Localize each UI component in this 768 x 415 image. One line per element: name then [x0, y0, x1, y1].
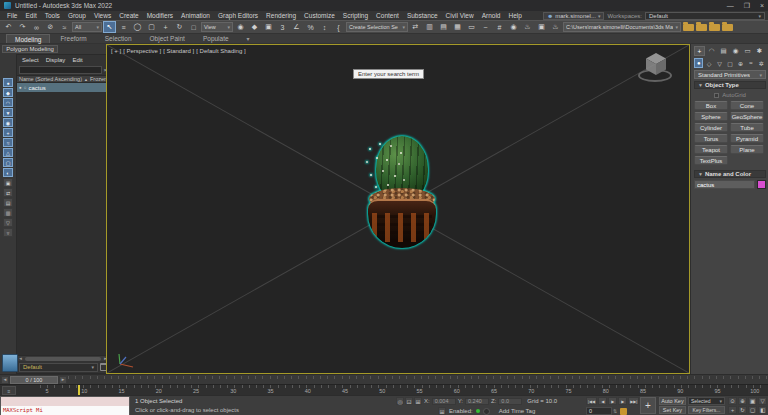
y-coordinate-field[interactable]: 0.240 — [465, 398, 489, 405]
name-and-color-rollout[interactable]: ▼ Name and Color — [694, 170, 766, 178]
create-tab-icon[interactable]: + — [694, 46, 705, 56]
arnold-menu[interactable]: Arnold — [478, 12, 505, 19]
frozen-column-header[interactable]: Frozen — [90, 76, 107, 82]
window-crossing-icon[interactable]: ▢ — [145, 21, 158, 33]
display-explorer-menu[interactable]: Display — [43, 57, 69, 63]
close-button[interactable]: × — [760, 2, 764, 10]
viewcube-cube-icon[interactable] — [646, 53, 666, 75]
cactus-object[interactable] — [359, 136, 445, 248]
zoom-icon[interactable]: ⊙ — [728, 397, 737, 405]
box-button[interactable]: Box — [694, 101, 728, 110]
object-color-swatch[interactable] — [757, 180, 766, 189]
zoom-region-icon[interactable]: ▢ — [748, 406, 757, 414]
isolate-selection-icon[interactable]: ◎ — [396, 397, 404, 405]
display-shapes-icon[interactable]: ◠ — [3, 98, 13, 107]
trackbar-filter-icon[interactable]: ≡ — [2, 386, 16, 395]
status-circle-icon[interactable] — [483, 408, 490, 415]
align-icon[interactable]: ▥ — [423, 21, 436, 33]
key-mode-icon[interactable] — [620, 408, 627, 415]
go-to-end-icon[interactable]: ▶▶| — [628, 397, 639, 405]
object-type-rollout[interactable]: ▼ Object Type — [694, 81, 766, 89]
modeling-ribbon-tab[interactable]: Modeling — [6, 34, 50, 43]
next-frame-icon[interactable]: ▶ — [618, 397, 627, 405]
user-account-button[interactable]: ☻ mark.simonel... ▾ — [543, 12, 605, 20]
frame-spinner-icon[interactable]: ⇅ — [613, 408, 617, 414]
lock-cell-editing-icon[interactable]: ▣ — [3, 178, 13, 187]
select-explorer-menu[interactable]: Select — [19, 57, 42, 63]
set-key-button[interactable]: Set Key — [659, 406, 686, 414]
display-geometry-icon[interactable]: ◆ — [3, 88, 13, 97]
time-slider-left-icon[interactable]: ◄ — [1, 376, 9, 384]
content-menu[interactable]: Content — [372, 12, 403, 19]
auto-key-button[interactable]: Auto Key — [659, 397, 686, 405]
select-and-scale-icon[interactable]: □ — [187, 21, 200, 33]
populate-ribbon-tab[interactable]: Populate — [195, 34, 237, 43]
x-coordinate-field[interactable]: 0.004 — [432, 398, 456, 405]
display-space-warps-icon[interactable]: ≈ — [3, 138, 13, 147]
views-menu[interactable]: Views — [90, 12, 115, 19]
modifiers-menu[interactable]: Modifiers — [143, 12, 177, 19]
percent-snap-icon[interactable]: % — [304, 21, 317, 33]
explorer-search-input[interactable] — [19, 66, 102, 74]
asset-library-icon[interactable] — [709, 24, 720, 31]
ribbon-overflow-icon[interactable]: ▾ — [247, 35, 250, 42]
use-pivot-center-icon[interactable]: ◉ — [234, 21, 247, 33]
explorer-column-header[interactable]: Name (Sorted Ascending) ▲ Frozen — [17, 75, 109, 83]
primitive-category-select[interactable]: Standard Primitives ▾ — [694, 70, 766, 79]
display-containers-icon[interactable]: ▢ — [3, 158, 13, 167]
select-and-link-icon[interactable]: ∞ — [30, 21, 43, 33]
select-by-name-icon[interactable]: ≡ — [117, 21, 130, 33]
utilities-tab-icon[interactable]: ✱ — [754, 46, 765, 56]
substance-menu[interactable]: Substance — [403, 12, 442, 19]
cylinder-button[interactable]: Cylinder — [694, 123, 728, 132]
cameras-category-icon[interactable]: ▢ — [725, 58, 734, 68]
selection-lock-icon[interactable]: ⊡ — [405, 397, 413, 405]
add-time-tag-button[interactable]: Add Time Tag — [499, 408, 536, 414]
maximize-button[interactable]: ❐ — [744, 2, 750, 10]
file-menu[interactable]: File — [3, 12, 21, 19]
geometry-category-icon[interactable]: ● — [694, 58, 703, 68]
listener-macro-row[interactable] — [1, 397, 129, 406]
autogrid-checkbox[interactable] — [714, 93, 719, 98]
maxscript-mini-listener[interactable]: MAXScript Mi — [0, 396, 130, 415]
visibility-icon[interactable]: ● — [19, 85, 22, 90]
helpers-category-icon[interactable]: ⊕ — [736, 58, 745, 68]
previous-frame-icon[interactable]: ◀ — [598, 397, 607, 405]
modify-tab-icon[interactable]: ◠ — [706, 46, 717, 56]
zoom-all-icon[interactable]: ⊕ — [738, 397, 747, 405]
display-lights-icon[interactable]: ▼ — [3, 108, 13, 117]
expand-all-icon[interactable]: ▤ — [3, 198, 13, 207]
sync-selection-icon[interactable]: ⇄ — [3, 188, 13, 197]
-viewport-label[interactable]: [ + ] — [111, 48, 121, 54]
project-folder-icon[interactable] — [696, 24, 707, 31]
default-shading-viewport-label[interactable]: [ Default Shading ] — [196, 48, 245, 54]
animation-menu[interactable]: Animation — [177, 12, 214, 19]
minimize-button[interactable]: — — [727, 2, 734, 10]
pan-icon[interactable]: + — [728, 406, 737, 414]
orbit-icon[interactable]: ↻ — [738, 406, 747, 414]
torus-button[interactable]: Torus — [694, 134, 728, 143]
plane-button[interactable]: Plane — [730, 145, 764, 154]
help-menu[interactable]: Help — [504, 12, 525, 19]
scrollbar-track[interactable] — [25, 357, 101, 361]
set-keys-button[interactable]: + — [640, 397, 656, 414]
snaps-toggle-icon[interactable]: 3 — [276, 21, 289, 33]
angle-snap-icon[interactable]: ∠ — [290, 21, 303, 33]
workspace-select[interactable]: Default ▾ — [645, 12, 765, 20]
schematic-view-icon[interactable]: # — [493, 21, 506, 33]
cone-button[interactable]: Cone — [730, 101, 764, 110]
project-folder-select[interactable]: C:\Users\mark.simonelli\Documents\3ds Ma… — [563, 22, 681, 32]
field-of-view-icon[interactable]: ▽ — [758, 397, 767, 405]
zoom-extents-icon[interactable]: ▣ — [748, 397, 757, 405]
geosphere-button[interactable]: GeoSphere — [730, 112, 764, 121]
viewcube[interactable] — [637, 51, 675, 85]
z-coordinate-field[interactable]: 0.0 — [498, 398, 522, 405]
name-column-header[interactable]: Name (Sorted Ascending) — [19, 76, 82, 82]
viewport-search-input[interactable]: Enter your search term — [353, 69, 424, 79]
render-setup-icon[interactable]: ♨ — [521, 21, 534, 33]
mirror-icon[interactable]: ⇄ — [409, 21, 422, 33]
select-and-rotate-icon[interactable]: ↻ — [173, 21, 186, 33]
undo-icon[interactable]: ↶ — [2, 21, 15, 33]
object-name-input[interactable] — [694, 180, 755, 189]
named-selection-set-field[interactable]: Create Selection Se ▾ — [346, 22, 408, 32]
